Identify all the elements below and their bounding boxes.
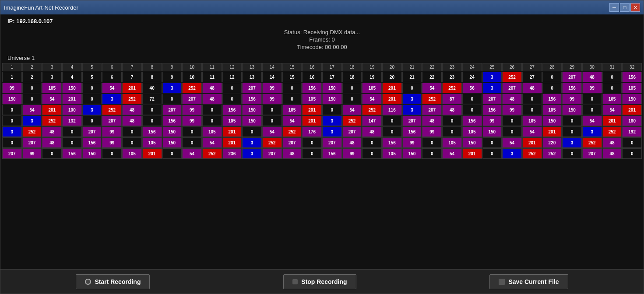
channel-header-16: 16 <box>302 63 322 71</box>
dmx-cell: 99 <box>102 137 122 148</box>
dmx-cell: 48 <box>122 116 142 126</box>
dmx-cell: 0 <box>222 83 242 93</box>
dmx-cell: 99 <box>262 83 282 93</box>
dmx-cell: 252 <box>122 94 142 104</box>
dmx-cell: 1 <box>2 72 22 82</box>
dmx-cell: 201 <box>622 105 642 115</box>
dmx-cell: 48 <box>42 126 62 137</box>
dmx-cell: 48 <box>602 137 622 148</box>
dmx-cell: 207 <box>162 105 182 115</box>
dmx-cell: 0 <box>482 148 502 159</box>
dmx-cell: 54 <box>282 116 302 126</box>
dmx-cell: 0 <box>2 105 22 115</box>
dmx-cell: 0 <box>262 105 282 115</box>
dmx-cell: 236 <box>222 148 242 159</box>
dmx-cell: 156 <box>142 126 162 137</box>
dmx-cell: 0 <box>182 137 202 148</box>
dmx-cell: 201 <box>382 83 402 93</box>
minimize-button[interactable]: ─ <box>609 3 619 12</box>
channel-header-7: 7 <box>122 63 142 71</box>
dmx-cell: 105 <box>282 105 302 115</box>
dmx-cell: 252 <box>262 137 282 148</box>
dmx-cell: 100 <box>62 105 82 115</box>
channel-header-3: 3 <box>42 63 62 71</box>
dmx-cell: 99 <box>342 148 362 159</box>
channel-header-32: 32 <box>622 63 642 71</box>
dmx-cell: 150 <box>242 116 262 126</box>
dmx-cell: 207 <box>262 148 282 159</box>
dmx-cell: 0 <box>122 137 142 148</box>
footer: Start Recording Stop Recording Save Curr… <box>0 269 644 294</box>
dmx-cell: 0 <box>522 105 542 115</box>
dmx-cell: 156 <box>462 116 482 126</box>
dmx-cell: 15 <box>282 72 302 82</box>
dmx-cell: 207 <box>22 137 42 148</box>
main-window: ImagineFun Art-Net Recorder ─ □ ✕ IP: 19… <box>0 0 644 294</box>
maximize-button[interactable]: □ <box>620 3 630 12</box>
dmx-cell: 99 <box>502 105 522 115</box>
save-file-button[interactable]: Save Current File <box>489 274 568 289</box>
channel-header-31: 31 <box>602 63 622 71</box>
dmx-cell: 150 <box>82 148 102 159</box>
dmx-cell: 0 <box>602 83 622 93</box>
dmx-cell: 105 <box>362 83 382 93</box>
header-info: IP: 192.168.0.107 <box>0 14 644 26</box>
dmx-cell: 3 <box>562 137 582 148</box>
dmx-cell: 0 <box>322 105 342 115</box>
dmx-cell: 0 <box>622 137 642 148</box>
dmx-cell: 54 <box>502 137 522 148</box>
dmx-grid-container: 1234567891011121314151617181920212223242… <box>0 63 644 269</box>
dmx-cell: 150 <box>322 83 342 93</box>
dmx-cell: 48 <box>442 105 462 115</box>
frames-text: Frames: 0 <box>2 36 642 43</box>
channel-header-17: 17 <box>322 63 342 71</box>
dmx-cell: 0 <box>422 148 442 159</box>
dmx-cell: 0 <box>162 94 182 104</box>
dmx-cell: 54 <box>102 83 122 93</box>
start-recording-button[interactable]: Start Recording <box>76 274 150 289</box>
dmx-cell: 48 <box>42 137 62 148</box>
dmx-cell: 207 <box>582 148 602 159</box>
dmx-cell: 252 <box>522 148 542 159</box>
dmx-cell: 0 <box>382 126 402 137</box>
dmx-cell: 3 <box>2 126 22 137</box>
channel-header-28: 28 <box>542 63 562 71</box>
dmx-cell: 19 <box>362 72 382 82</box>
dmx-cell: 156 <box>222 105 242 115</box>
dmx-cell: 201 <box>62 94 82 104</box>
dmx-cell: 18 <box>342 72 362 82</box>
dmx-cell: 9 <box>162 72 182 82</box>
dmx-cell: 176 <box>302 126 322 137</box>
dmx-cell: 48 <box>362 126 382 137</box>
dmx-cell: 54 <box>342 105 362 115</box>
dmx-cell: 0 <box>122 126 142 137</box>
dmx-cell: 3 <box>402 105 422 115</box>
dmx-cell: 3 <box>82 105 102 115</box>
dmx-cell: 7 <box>122 72 142 82</box>
dmx-cell: 0 <box>202 105 222 115</box>
close-button[interactable]: ✕ <box>630 3 640 12</box>
dmx-cell: 150 <box>2 94 22 104</box>
channel-header-14: 14 <box>262 63 282 71</box>
channel-header-13: 13 <box>242 63 262 71</box>
dmx-cell: 54 <box>522 126 542 137</box>
record-icon <box>85 279 91 285</box>
dmx-cell: 54 <box>442 148 462 159</box>
dmx-cell: 0 <box>622 148 642 159</box>
dmx-cell: 3 <box>482 83 502 93</box>
dmx-cell: 160 <box>622 116 642 126</box>
dmx-cell: 0 <box>362 148 382 159</box>
channel-header-4: 4 <box>62 63 82 71</box>
dmx-cell: 54 <box>42 94 62 104</box>
stop-recording-button[interactable]: Stop Recording <box>283 274 356 289</box>
dmx-cell: 0 <box>542 72 562 82</box>
dmx-cell: 105 <box>142 137 162 148</box>
dmx-cell: 207 <box>82 126 102 137</box>
dmx-cell: 0 <box>2 137 22 148</box>
save-icon <box>499 279 505 285</box>
dmx-cell: 0 <box>442 116 462 126</box>
dmx-cell: 132 <box>62 116 82 126</box>
channel-header-29: 29 <box>562 63 582 71</box>
channel-header-2: 2 <box>22 63 42 71</box>
window-controls: ─ □ ✕ <box>609 3 640 12</box>
